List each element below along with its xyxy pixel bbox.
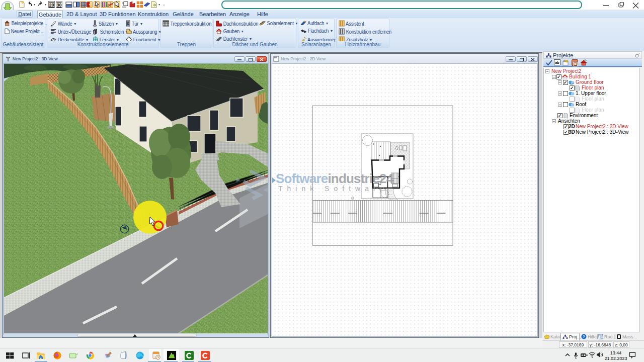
svg-text:?: ? (583, 334, 585, 339)
